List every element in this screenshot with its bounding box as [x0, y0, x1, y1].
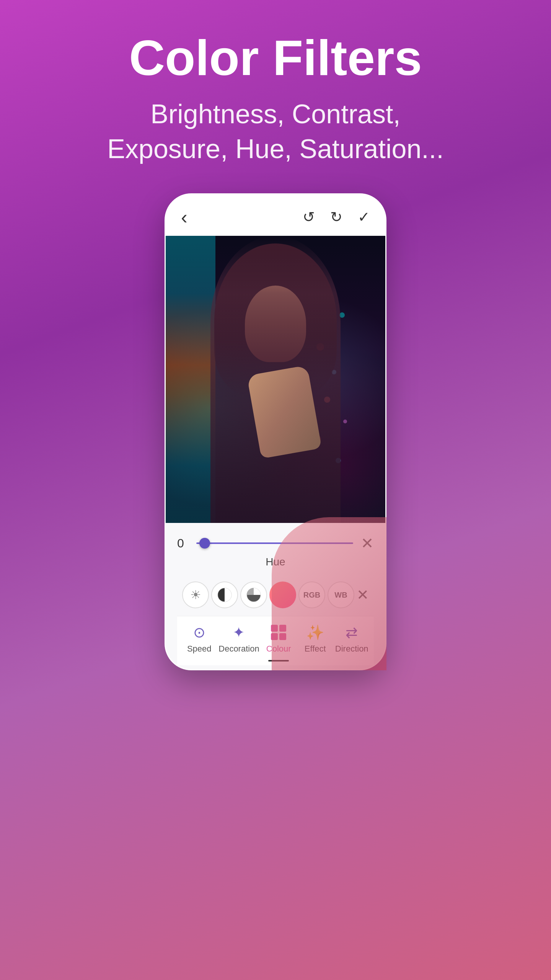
redo-button[interactable]: ↻ — [330, 209, 342, 225]
brightness-filter-button[interactable]: ☀ — [182, 581, 209, 608]
undo-button[interactable]: ↺ — [303, 209, 315, 225]
exposure-icon — [245, 586, 262, 603]
confirm-button[interactable]: ✓ — [358, 209, 370, 225]
slider-value: 0 — [177, 536, 189, 550]
slider-thumb[interactable] — [199, 538, 210, 549]
contrast-icon — [216, 586, 233, 603]
page-title: Color Filters — [23, 31, 528, 85]
page-subtitle: Brightness, Contrast,Exposure, Hue, Satu… — [23, 97, 528, 167]
tab-speed[interactable]: ⊙ Speed — [182, 624, 217, 654]
header-section: Color Filters Brightness, Contrast,Expos… — [0, 0, 551, 182]
speed-icon: ⊙ — [193, 624, 205, 641]
photo-area — [166, 236, 385, 523]
topbar-right-icons: ↺ ↻ ✓ — [303, 209, 370, 225]
contrast-filter-button[interactable] — [211, 581, 238, 608]
topbar-left: ‹ — [181, 206, 187, 228]
phone-topbar: ‹ ↺ ↻ ✓ — [166, 194, 385, 236]
exposure-filter-button[interactable] — [240, 581, 267, 608]
decoration-label: Decoration — [218, 644, 259, 654]
phone-wrapper: ‹ ↺ ↻ ✓ — [165, 193, 386, 670]
tab-decoration[interactable]: ✦ Decoration — [218, 624, 259, 654]
decoration-icon: ✦ — [233, 624, 245, 641]
brightness-icon: ☀ — [190, 588, 201, 602]
back-button[interactable]: ‹ — [181, 206, 187, 228]
speed-label: Speed — [187, 644, 212, 654]
